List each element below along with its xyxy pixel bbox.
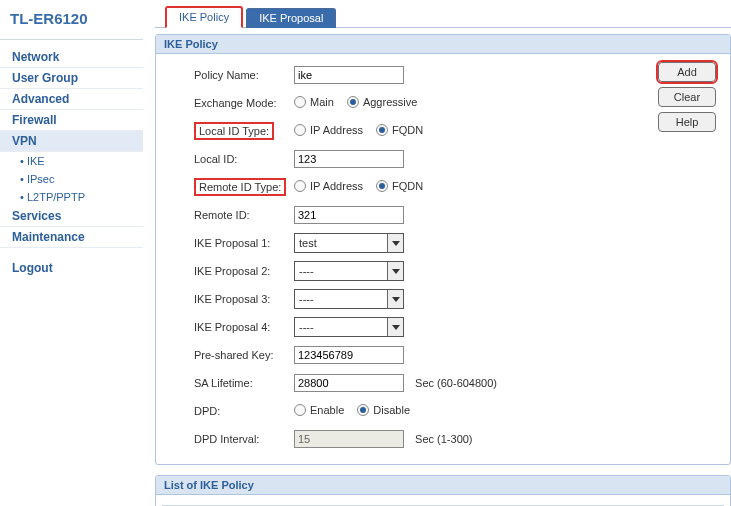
label-proposal-1: IKE Proposal 1: bbox=[164, 237, 294, 249]
action-column: Add Clear Help bbox=[658, 62, 720, 137]
proposal-2-select[interactable]: ---- bbox=[294, 261, 404, 281]
label-remote-id-type: Remote ID Type: bbox=[194, 178, 286, 196]
sa-lifetime-input[interactable] bbox=[294, 374, 404, 392]
proposal-2-value: ---- bbox=[299, 265, 314, 277]
label-dpd-interval: DPD Interval: bbox=[164, 433, 294, 445]
proposal-3-select[interactable]: ---- bbox=[294, 289, 404, 309]
device-title: TL-ER6120 bbox=[0, 8, 143, 39]
sidebar: TL-ER6120 Network User Group Advanced Fi… bbox=[0, 0, 143, 506]
help-button[interactable]: Help bbox=[658, 112, 716, 132]
local-id-input[interactable] bbox=[294, 150, 404, 168]
chevron-down-icon bbox=[387, 262, 403, 280]
chevron-down-icon bbox=[387, 234, 403, 252]
sidebar-sub-l2tp-pptp[interactable]: L2TP/PPTP bbox=[0, 188, 143, 206]
proposal-1-select[interactable]: test bbox=[294, 233, 404, 253]
chevron-down-icon bbox=[387, 290, 403, 308]
label-policy-name: Policy Name: bbox=[164, 69, 294, 81]
proposal-3-value: ---- bbox=[299, 293, 314, 305]
radio-label-local-ip: IP Address bbox=[310, 124, 363, 136]
panel-ike-policy: IKE Policy Add Clear Help Policy Name: bbox=[155, 34, 731, 465]
label-exchange-mode: Exchange Mode: bbox=[164, 97, 294, 109]
radio-label-local-fqdn: FQDN bbox=[392, 124, 423, 136]
label-proposal-4: IKE Proposal 4: bbox=[164, 321, 294, 333]
sidebar-item-user-group[interactable]: User Group bbox=[0, 68, 143, 89]
proposal-4-value: ---- bbox=[299, 321, 314, 333]
radio-label-dpd-enable: Enable bbox=[310, 404, 344, 416]
dpd-interval-suffix: Sec (1-300) bbox=[415, 433, 472, 445]
add-button[interactable]: Add bbox=[658, 62, 716, 82]
panel-list-ike-policy: List of IKE Policy No. Name Mode Proposa… bbox=[155, 475, 731, 506]
radio-label-aggressive: Aggressive bbox=[363, 96, 417, 108]
radio-local-id-ip[interactable]: IP Address bbox=[294, 124, 363, 136]
radio-remote-id-ip[interactable]: IP Address bbox=[294, 180, 363, 192]
label-dpd: DPD: bbox=[164, 405, 294, 417]
sidebar-item-network[interactable]: Network bbox=[0, 47, 143, 68]
radio-label-dpd-disable: Disable bbox=[373, 404, 410, 416]
radio-remote-id-fqdn[interactable]: FQDN bbox=[376, 180, 423, 192]
psk-input[interactable] bbox=[294, 346, 404, 364]
label-sa-lifetime: SA Lifetime: bbox=[164, 377, 294, 389]
remote-id-input[interactable] bbox=[294, 206, 404, 224]
tab-ike-proposal[interactable]: IKE Proposal bbox=[246, 8, 336, 28]
sidebar-item-firewall[interactable]: Firewall bbox=[0, 110, 143, 131]
radio-exchange-aggressive[interactable]: Aggressive bbox=[347, 96, 417, 108]
dpd-interval-input[interactable] bbox=[294, 430, 404, 448]
label-psk: Pre-shared Key: bbox=[164, 349, 294, 361]
panel-title-ike-policy: IKE Policy bbox=[156, 35, 730, 54]
divider bbox=[0, 39, 143, 41]
sidebar-item-logout[interactable]: Logout bbox=[0, 258, 143, 278]
proposal-1-value: test bbox=[299, 237, 317, 249]
label-proposal-2: IKE Proposal 2: bbox=[164, 265, 294, 277]
sidebar-item-vpn[interactable]: VPN bbox=[0, 131, 143, 152]
sa-lifetime-suffix: Sec (60-604800) bbox=[415, 377, 497, 389]
radio-label-main: Main bbox=[310, 96, 334, 108]
sidebar-sub-ike[interactable]: IKE bbox=[0, 152, 143, 170]
label-proposal-3: IKE Proposal 3: bbox=[164, 293, 294, 305]
clear-button[interactable]: Clear bbox=[658, 87, 716, 107]
radio-label-remote-ip: IP Address bbox=[310, 180, 363, 192]
radio-dpd-disable[interactable]: Disable bbox=[357, 404, 410, 416]
sidebar-sub-ipsec[interactable]: IPsec bbox=[0, 170, 143, 188]
policy-name-input[interactable] bbox=[294, 66, 404, 84]
tabs: IKE Policy IKE Proposal bbox=[155, 6, 731, 28]
label-local-id-type: Local ID Type: bbox=[194, 122, 274, 140]
sidebar-item-services[interactable]: Services bbox=[0, 206, 143, 227]
proposal-4-select[interactable]: ---- bbox=[294, 317, 404, 337]
sidebar-item-advanced[interactable]: Advanced bbox=[0, 89, 143, 110]
radio-label-remote-fqdn: FQDN bbox=[392, 180, 423, 192]
radio-exchange-main[interactable]: Main bbox=[294, 96, 334, 108]
tab-ike-policy[interactable]: IKE Policy bbox=[165, 6, 243, 28]
sidebar-item-maintenance[interactable]: Maintenance bbox=[0, 227, 143, 248]
radio-dpd-enable[interactable]: Enable bbox=[294, 404, 344, 416]
radio-local-id-fqdn[interactable]: FQDN bbox=[376, 124, 423, 136]
chevron-down-icon bbox=[387, 318, 403, 336]
panel-title-list: List of IKE Policy bbox=[156, 476, 730, 495]
label-remote-id: Remote ID: bbox=[164, 209, 294, 221]
label-local-id: Local ID: bbox=[164, 153, 294, 165]
